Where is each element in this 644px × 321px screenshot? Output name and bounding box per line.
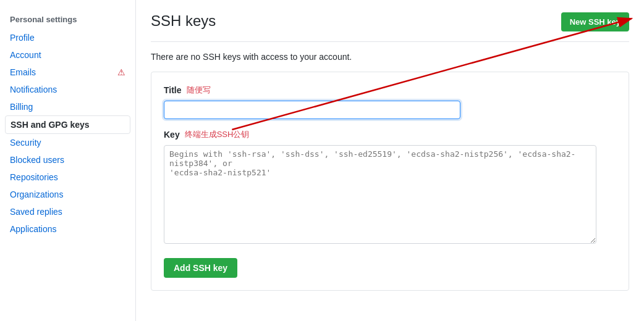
sidebar-item-label: Applications — [10, 224, 57, 234]
sidebar-item-label: Account — [10, 50, 41, 60]
sidebar-item-label: Profile — [10, 33, 35, 43]
key-hint: 终端生成SSH公钥 — [185, 129, 250, 140]
sidebar-item-account[interactable]: Account — [0, 46, 135, 64]
ssh-key-form: Title 随便写 Key 终端生成SSH公钥 Add SSH key — [151, 72, 629, 291]
new-ssh-key-button[interactable]: New SSH key — [561, 12, 629, 31]
sidebar-item-label: SSH and GPG keys — [11, 120, 90, 130]
title-input[interactable] — [164, 101, 460, 119]
warning-icon: ⚠ — [117, 67, 125, 77]
sidebar-item-applications[interactable]: Applications — [0, 220, 135, 238]
title-hint: 随便写 — [187, 85, 211, 96]
page-title: SSH keys — [151, 12, 216, 30]
sidebar-item-billing[interactable]: Billing — [0, 98, 135, 115]
title-label: Title — [164, 85, 182, 95]
sidebar-item-emails[interactable]: Emails⚠ — [0, 64, 135, 81]
sidebar-item-label: Organizations — [10, 190, 63, 199]
sidebar-item-repositories[interactable]: Repositories — [0, 169, 135, 186]
sidebar-item-blocked-users[interactable]: Blocked users — [0, 151, 135, 169]
sidebar-item-saved-replies[interactable]: Saved replies — [0, 203, 135, 220]
sidebar-item-label: Billing — [10, 102, 33, 112]
sidebar-item-label: Saved replies — [10, 207, 62, 217]
add-ssh-key-button[interactable]: Add SSH key — [164, 258, 237, 278]
no-keys-message: There are no SSH keys with access to you… — [151, 52, 629, 62]
sidebar-item-label: Repositories — [10, 172, 58, 182]
sidebar-item-organizations[interactable]: Organizations — [0, 186, 135, 203]
sidebar-item-security[interactable]: Security — [0, 134, 135, 151]
sidebar: Personal settings ProfileAccountEmails⚠N… — [0, 0, 136, 321]
title-label-row: Title 随便写 — [164, 85, 616, 96]
sidebar-item-profile[interactable]: Profile — [0, 29, 135, 46]
key-textarea[interactable] — [164, 145, 596, 244]
sidebar-item-label: Notifications — [10, 85, 57, 94]
sidebar-item-notifications[interactable]: Notifications — [0, 81, 135, 98]
key-label: Key — [164, 130, 180, 140]
key-field-group: Key 终端生成SSH公钥 — [164, 129, 616, 246]
sidebar-item-label: Blocked users — [10, 155, 64, 165]
main-content: SSH keys New SSH key There are no SSH ke… — [136, 0, 644, 321]
title-field-group: Title 随便写 — [164, 85, 616, 119]
main-header: SSH keys New SSH key — [151, 12, 629, 42]
sidebar-heading: Personal settings — [0, 10, 135, 29]
key-label-row: Key 终端生成SSH公钥 — [164, 129, 616, 140]
sidebar-item-ssh-gpg-keys[interactable]: SSH and GPG keys — [5, 115, 130, 134]
sidebar-item-label: Security — [10, 138, 41, 148]
sidebar-item-label: Emails — [10, 67, 36, 77]
